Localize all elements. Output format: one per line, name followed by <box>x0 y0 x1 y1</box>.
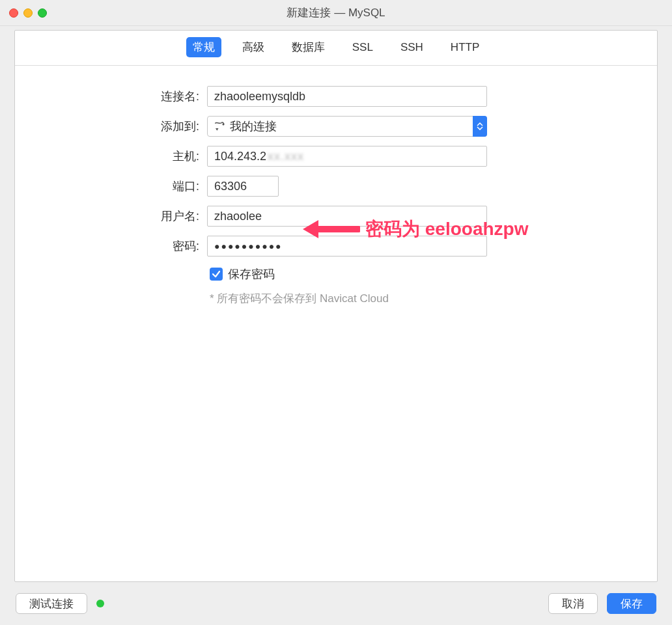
content-panel: 常规 高级 数据库 SSL SSH HTTP 连接名: 添加到: 我的连接 <box>14 30 658 582</box>
save-button[interactable]: 保存 <box>607 593 656 614</box>
tab-bar: 常规 高级 数据库 SSL SSH HTTP <box>15 31 657 66</box>
row-connection-name: 连接名: <box>15 85 657 107</box>
tab-database[interactable]: 数据库 <box>285 37 331 57</box>
port-label: 端口: <box>15 178 207 194</box>
tab-general[interactable]: 常规 <box>186 37 221 57</box>
close-window-button[interactable] <box>9 8 18 18</box>
username-label: 用户名: <box>15 208 207 224</box>
add-to-value: 我的连接 <box>230 118 486 134</box>
host-value-redacted: xx.xxx <box>268 150 304 163</box>
host-label: 主机: <box>15 148 207 164</box>
save-password-label: 保存密码 <box>228 266 275 282</box>
status-indicator-icon <box>96 600 104 607</box>
tab-http[interactable]: HTTP <box>444 38 486 57</box>
cancel-button[interactable]: 取消 <box>548 593 598 614</box>
password-label: 密码: <box>15 238 207 254</box>
row-username: 用户名: <box>15 205 657 227</box>
password-hint: * 所有密码不会保存到 Navicat Cloud <box>210 291 657 306</box>
window-titlebar: 新建连接 — MySQL <box>0 0 672 26</box>
svg-point-0 <box>223 124 225 126</box>
connection-name-label: 连接名: <box>15 89 207 104</box>
port-input[interactable] <box>207 176 279 197</box>
row-host: 主机: 104.243.2 xx.xxx <box>15 145 657 167</box>
window-title: 新建连接 — MySQL <box>287 5 385 20</box>
add-to-dropdown[interactable]: 我的连接 <box>207 116 487 137</box>
test-connection-button[interactable]: 测试连接 <box>16 593 87 614</box>
maximize-window-button[interactable] <box>38 8 47 18</box>
connection-name-input[interactable] <box>207 86 487 107</box>
username-input[interactable] <box>207 206 487 227</box>
row-save-password: 保存密码 <box>210 265 657 283</box>
tab-advanced[interactable]: 高级 <box>236 37 271 57</box>
chevron-up-down-icon <box>473 116 487 137</box>
password-input[interactable]: ●●●●●●●●●● <box>207 236 487 257</box>
host-input[interactable]: 104.243.2 xx.xxx <box>207 146 487 167</box>
save-password-checkbox[interactable] <box>210 268 223 281</box>
add-to-label: 添加到: <box>15 118 207 134</box>
row-port: 端口: <box>15 175 657 197</box>
row-add-to: 添加到: 我的连接 <box>15 115 657 137</box>
connection-icon <box>213 120 226 133</box>
host-value-visible: 104.243.2 <box>214 150 266 163</box>
checkmark-icon <box>212 270 221 279</box>
minimize-window-button[interactable] <box>23 8 33 18</box>
traffic-lights <box>0 8 47 18</box>
form-area: 连接名: 添加到: 我的连接 主机: 104.243.2 xx.xxx <box>15 66 657 306</box>
tab-ssh[interactable]: SSH <box>394 38 430 57</box>
tab-ssl[interactable]: SSL <box>346 38 380 57</box>
footer-bar: 测试连接 取消 保存 <box>0 582 672 625</box>
row-password: 密码: ●●●●●●●●●● <box>15 235 657 257</box>
